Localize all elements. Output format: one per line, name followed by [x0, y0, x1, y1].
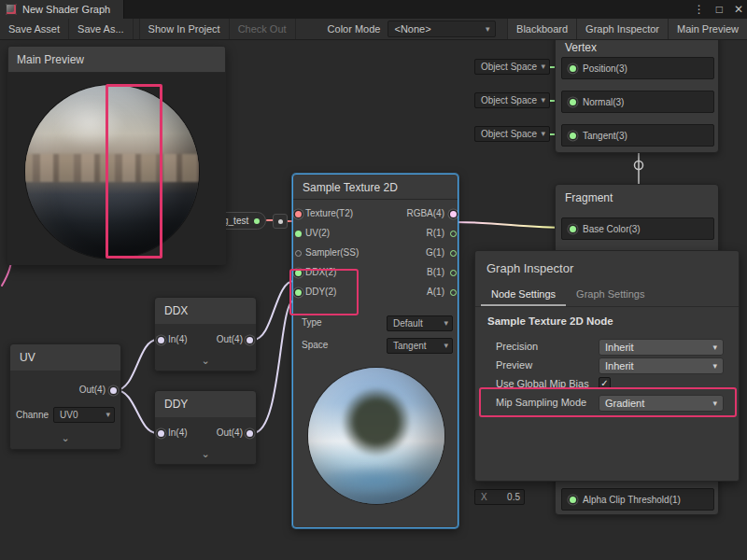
position-space-dropdown[interactable]: Object Space ▾	[474, 59, 550, 75]
uv-channel-label: Channe	[16, 410, 49, 420]
space-dropdown[interactable]: Tangent ▾	[387, 338, 453, 354]
save-asset-label: Save Asset	[8, 23, 60, 35]
toolbar-toggles: Blackboard Graph Inspector Main Preview	[507, 19, 747, 39]
sample-texture-2d-node[interactable]: Sample Texture 2D Texture(T2) RGBA(4) UV…	[292, 174, 458, 528]
ddx-collapse-chevron[interactable]: ⌄	[155, 354, 256, 367]
tangent-port[interactable]: Tangent(3)	[561, 124, 714, 147]
vertex-fragment-connector[interactable]	[635, 161, 643, 170]
uv-input-label: UV(2)	[305, 228, 330, 238]
preview-tree-shape	[341, 386, 412, 457]
vertex-node[interactable]: Vertex Position(3) Normal(3) Tangent(3)	[555, 34, 719, 153]
tab-node-settings[interactable]: Node Settings	[481, 284, 566, 306]
edge-uv-to-ddx[interactable]	[116, 340, 157, 390]
ddx-in-port[interactable]	[158, 337, 164, 343]
sampler-input-port[interactable]	[295, 250, 302, 257]
close-icon[interactable]: ✕	[734, 0, 743, 19]
tab-graph-settings[interactable]: Graph Settings	[566, 284, 655, 306]
position-port[interactable]: Position(3)	[561, 57, 714, 79]
mip-mode-dropdown[interactable]: Gradient ▾	[599, 395, 724, 412]
ddy-in-label: In(4)	[168, 427, 188, 438]
ddx-out-port[interactable]	[247, 337, 253, 343]
color-mode-value: <None>	[394, 23, 430, 35]
ddy-input-port[interactable]	[295, 289, 302, 296]
blackboard-toggle[interactable]: Blackboard	[507, 19, 576, 39]
main-preview-header[interactable]: Main Preview	[8, 47, 225, 73]
alpha-clip-value: 0.5	[507, 492, 520, 502]
texture-input-port[interactable]	[295, 211, 302, 217]
mip-bias-label: Use Global Mip Bias	[496, 378, 589, 389]
normal-dot-icon	[570, 99, 576, 105]
ddy-out-port[interactable]	[247, 430, 253, 437]
property-port[interactable]	[254, 218, 260, 224]
precision-row: Precision Inherit ▾	[475, 338, 739, 357]
base-color-label: Base Color(3)	[583, 224, 641, 234]
b-output-port[interactable]	[450, 270, 457, 276]
redirect-dot-icon	[278, 219, 283, 224]
uv-channel-dropdown[interactable]: UV0 ▾	[53, 407, 115, 423]
edge-uv-to-ddy[interactable]	[116, 390, 157, 433]
color-mode-label: Color Mode	[320, 19, 388, 39]
mip-bias-checkbox[interactable]: ✓	[599, 377, 611, 389]
main-preview-sphere	[25, 85, 199, 259]
r-output-port[interactable]	[450, 231, 457, 237]
ddx-node[interactable]: DDX In(4) Out(4) ⌄	[154, 297, 257, 371]
color-mode-dropdown[interactable]: <None> ▾	[388, 21, 496, 37]
main-preview-body	[8, 73, 225, 265]
chevron-down-icon: ▾	[106, 411, 110, 419]
shader-graph-tab[interactable]: New Shader Graph	[0, 0, 124, 19]
normal-label: Normal(3)	[583, 97, 624, 107]
normal-space-dropdown[interactable]: Object Space ▾	[474, 92, 550, 108]
ddx-input-label: DDX(2)	[305, 267, 336, 277]
ddy-out-label: Out(4)	[217, 427, 243, 438]
precision-dropdown[interactable]: Inherit ▾	[599, 339, 724, 356]
ddy-node[interactable]: DDY In(4) Out(4) ⌄	[154, 390, 257, 465]
a-output-port[interactable]	[450, 289, 457, 296]
ddx-out-label: Out(4)	[217, 334, 243, 344]
alpha-clip-value-field[interactable]: X 0.5	[474, 489, 525, 505]
base-color-port[interactable]: Base Color(3)	[561, 217, 714, 240]
rgba-output-port[interactable]	[450, 211, 457, 217]
normal-port[interactable]: Normal(3)	[561, 91, 714, 113]
maximize-icon[interactable]: □	[716, 0, 723, 19]
space-value: Tangent	[393, 341, 427, 351]
graph-inspector-title[interactable]: Graph Inspector	[475, 251, 739, 284]
main-preview-toggle[interactable]: Main Preview	[668, 19, 747, 39]
save-asset-button[interactable]: Save Asset	[0, 19, 69, 39]
graph-inspector-toggle[interactable]: Graph Inspector	[576, 19, 668, 39]
tangent-space-dropdown[interactable]: Object Space ▾	[474, 126, 550, 142]
preview-dropdown[interactable]: Inherit ▾	[599, 357, 724, 374]
show-in-project-button[interactable]: Show In Project	[139, 19, 230, 39]
g-output-port[interactable]	[450, 250, 457, 257]
mip-mode-row: Mip Sampling Mode Gradient ▾	[475, 394, 739, 413]
ddx-input-port[interactable]	[295, 270, 302, 276]
edge-ddx-to-sample[interactable]	[253, 281, 294, 340]
ddy-collapse-chevron[interactable]: ⌄	[155, 447, 256, 460]
preview-value: Inherit	[605, 360, 634, 371]
check-out-button[interactable]: Check Out	[230, 19, 296, 39]
chevron-down-icon: ▾	[444, 342, 448, 350]
r-output-label: R(1)	[427, 228, 444, 238]
uv-out-port[interactable]	[110, 387, 117, 394]
tangent-space-value: Object Space	[481, 129, 537, 139]
save-as-button[interactable]: Save As...	[69, 19, 134, 39]
ddy-in-port[interactable]	[158, 430, 164, 437]
shader-graph-window: Vertex Position(3) Normal(3) Tangent(3) …	[0, 0, 747, 560]
uv-collapse-chevron[interactable]: ⌄	[10, 431, 120, 444]
ddy-port-row: DDY(2) A(1)	[293, 283, 458, 302]
alpha-clip-port[interactable]: Alpha Clip Threshold(1)	[561, 488, 714, 511]
redirect-node[interactable]	[273, 214, 288, 229]
edge-ddy-to-sample[interactable]	[253, 301, 294, 433]
alpha-component-label: X	[481, 492, 487, 502]
chevron-down-icon: ▾	[541, 96, 545, 105]
uv-node[interactable]: UV Out(4) Channe UV0 ▾ ⌄	[9, 343, 121, 450]
fragment-node-title: Fragment	[556, 185, 718, 209]
mip-mode-label: Mip Sampling Mode	[496, 397, 586, 408]
menu-icon[interactable]: ⋮	[694, 0, 705, 19]
type-dropdown[interactable]: Default ▾	[387, 315, 453, 331]
precision-label: Precision	[496, 341, 538, 352]
sample-node-preview-sphere	[308, 368, 444, 504]
uv-input-port[interactable]	[295, 231, 302, 237]
edge-rgba-to-basecolor[interactable]	[455, 222, 567, 228]
save-as-label: Save As...	[78, 23, 124, 35]
chevron-down-icon: ▾	[541, 130, 545, 138]
